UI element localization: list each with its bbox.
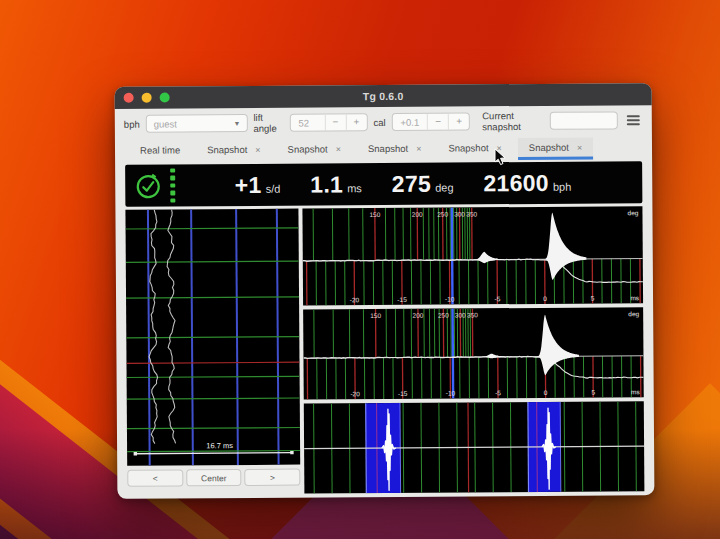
mouse-cursor [494,148,508,167]
signal-ok-icon [133,171,163,201]
readout-amplitude: 275deg [392,170,454,197]
tab-real-time[interactable]: Real time [129,140,191,162]
lift-angle-decrement-button[interactable]: − [324,114,345,130]
pulse-display-2: 150200250300350-20-15-10-505degms [303,307,644,399]
signal-strength-dots [170,168,175,203]
svg-text:-10: -10 [446,390,456,397]
tab-label: Snapshot [448,142,488,153]
svg-text:-20: -20 [350,296,360,303]
scroll-left-button[interactable]: < [127,469,183,486]
cal-decrement-button[interactable]: − [427,114,448,130]
svg-text:350: 350 [467,311,478,318]
tab-close-button[interactable]: × [416,143,421,153]
svg-text:250: 250 [437,211,448,218]
zoom-window-button[interactable] [160,92,170,102]
tab-close-button[interactable]: × [255,144,260,154]
close-window-button[interactable] [124,93,134,103]
tab-label: Snapshot [288,143,328,154]
desktop: Tg 0.6.0 bph guest ▼ lift angle 52 − + c… [0,0,720,539]
main-content: 16.7 ms < Center > 150200250300350-20-15… [125,206,644,495]
pulse-display-1: 150200250300350-20-15-10-505degms [302,206,643,305]
lift-angle-spinner: 52 − + [289,113,367,132]
svg-text:150: 150 [369,211,380,218]
paperstrip-display: 16.7 ms [125,209,300,466]
paperstrip-nav: < Center > [127,469,300,487]
paperstrip-scale-label: 16.7 ms [206,441,233,450]
tab-snapshot-2[interactable]: Snapshot× [276,139,352,162]
svg-text:deg: deg [628,209,639,217]
cal-increment-button[interactable]: + [448,113,469,129]
svg-text:0: 0 [543,295,547,302]
svg-text:-10: -10 [445,296,455,303]
beat-display [304,401,645,493]
readout-beat-error: 1.1ms [310,171,362,198]
center-button[interactable]: Center [186,469,242,486]
window-title: Tg 0.6.0 [115,88,652,104]
cal-label: cal [373,116,385,127]
tab-bar: Real timeSnapshot×Snapshot×Snapshot×Snap… [115,135,652,163]
tab-label: Snapshot [529,142,569,153]
svg-text:300: 300 [455,311,466,318]
svg-text:-15: -15 [398,390,408,397]
svg-text:ms: ms [630,294,639,301]
current-snapshot-label: Current snapshot [482,110,544,132]
tab-snapshot-1[interactable]: Snapshot× [196,140,272,163]
status-bar: +1s/d1.1ms275deg21600bph [125,161,642,207]
tab-label: Snapshot [368,143,408,154]
svg-text:250: 250 [438,312,449,319]
tab-label: Snapshot [207,144,247,155]
svg-text:5: 5 [591,295,595,302]
svg-text:ms: ms [631,388,640,395]
readout-rate-bph: 21600bph [483,169,571,197]
bph-select-value: guest [147,118,228,130]
svg-text:-20: -20 [350,390,360,397]
traffic-lights [124,92,170,102]
tab-close-button[interactable]: × [577,142,582,152]
svg-text:deg: deg [628,310,639,318]
svg-text:300: 300 [454,210,465,217]
svg-text:0: 0 [544,389,548,396]
window-titlebar[interactable]: Tg 0.6.0 [115,83,652,109]
chevron-down-icon: ▼ [227,119,246,126]
svg-text:150: 150 [370,312,381,319]
svg-text:200: 200 [413,312,424,319]
cal-spinner: +0.1 − + [391,112,470,131]
bph-label: bph [124,118,140,129]
hamburger-icon [627,115,640,117]
status-readouts: +1s/d1.1ms275deg21600bph [235,169,572,198]
current-snapshot-input[interactable] [550,111,618,129]
tab-label: Real time [140,144,180,155]
svg-text:-5: -5 [495,389,501,396]
svg-text:-15: -15 [397,296,407,303]
svg-text:200: 200 [412,211,423,218]
tab-close-button[interactable]: × [336,144,341,154]
tab-snapshot-5[interactable]: Snapshot× [518,138,594,161]
app-window: Tg 0.6.0 bph guest ▼ lift angle 52 − + c… [115,83,655,499]
menu-button[interactable] [624,111,643,129]
bph-select[interactable]: guest ▼ [146,114,248,133]
svg-text:5: 5 [591,389,595,396]
scroll-right-button[interactable]: > [245,469,301,486]
lift-angle-increment-button[interactable]: + [345,114,366,130]
readout-rate: +1s/d [235,171,281,198]
lift-angle-value[interactable]: 52 [290,117,324,128]
minimize-window-button[interactable] [142,93,152,103]
cal-value[interactable]: +0.1 [392,116,427,127]
toolbar: bph guest ▼ lift angle 52 − + cal +0.1 −… [115,105,652,139]
svg-text:-5: -5 [494,295,500,302]
svg-text:350: 350 [466,210,477,217]
tab-snapshot-3[interactable]: Snapshot× [357,139,433,162]
lift-angle-label: lift angle [253,112,283,134]
